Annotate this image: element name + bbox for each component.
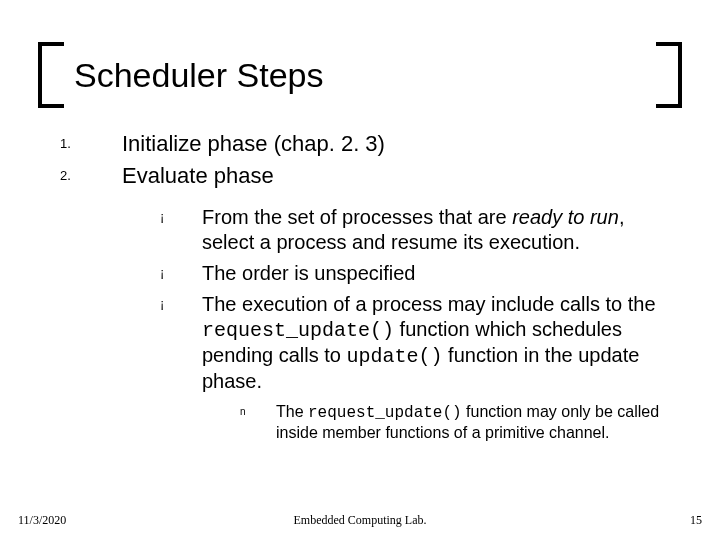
slide: Scheduler Steps 1. Initialize phase (cha… xyxy=(0,0,720,540)
slide-title: Scheduler Steps xyxy=(74,56,656,95)
sub-list-text: From the set of processes that are ready… xyxy=(202,205,680,255)
list-text: Evaluate phase xyxy=(122,162,680,190)
sub-sub-list-text: The request_update() function may only b… xyxy=(276,402,680,443)
code-token: update() xyxy=(347,345,443,368)
square-bullet-icon: n xyxy=(240,402,276,443)
sub-list-item: ¡ From the set of processes that are rea… xyxy=(160,205,680,255)
code-token: request_update() xyxy=(202,319,394,342)
hollow-bullet-icon: ¡ xyxy=(160,261,202,286)
hollow-bullet-icon: ¡ xyxy=(160,205,202,255)
sub-list-item: ¡ The order is unspecified xyxy=(160,261,680,286)
hollow-bullet-icon: ¡ xyxy=(160,292,202,394)
list-item: 2. Evaluate phase xyxy=(60,162,680,190)
sub-list-text: The execution of a process may include c… xyxy=(202,292,680,394)
slide-body: 1. Initialize phase (chap. 2. 3) 2. Eval… xyxy=(60,130,680,443)
list-number: 2. xyxy=(60,162,122,190)
footer-center: Embedded Computing Lab. xyxy=(0,513,720,528)
sub-sub-list: n The request_update() function may only… xyxy=(240,402,680,443)
sub-sub-list-item: n The request_update() function may only… xyxy=(240,402,680,443)
code-token: request_update() xyxy=(308,404,462,422)
title-bar: Scheduler Steps xyxy=(38,46,682,104)
footer: 11/3/2020 Embedded Computing Lab. 15 xyxy=(0,513,720,528)
list-text: Initialize phase (chap. 2. 3) xyxy=(122,130,680,158)
numbered-list: 1. Initialize phase (chap. 2. 3) 2. Eval… xyxy=(60,130,680,189)
emphasis: ready to run xyxy=(512,206,619,228)
list-item: 1. Initialize phase (chap. 2. 3) xyxy=(60,130,680,158)
bracket-right-icon xyxy=(656,42,682,108)
sub-list: ¡ From the set of processes that are rea… xyxy=(160,205,680,394)
sub-list-item: ¡ The execution of a process may include… xyxy=(160,292,680,394)
bracket-left-icon xyxy=(38,42,64,108)
list-number: 1. xyxy=(60,130,122,158)
sub-list-text: The order is unspecified xyxy=(202,261,680,286)
